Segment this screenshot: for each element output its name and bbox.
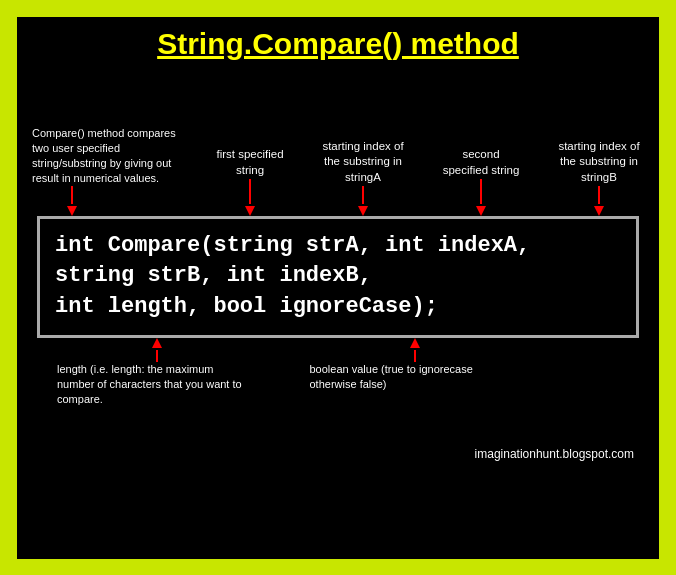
page-title: String.Compare() method xyxy=(32,27,644,61)
arrow-up-1 xyxy=(152,338,162,348)
arrow-line-up-1 xyxy=(156,350,158,362)
arrow-line-4 xyxy=(480,179,482,204)
arrow-line-3 xyxy=(362,186,364,204)
arrow-2 xyxy=(245,206,255,216)
arrow-line-2 xyxy=(249,179,251,204)
annotation-length-text: length (i.e. length: the maximum number … xyxy=(57,362,242,407)
arrow-5 xyxy=(594,206,604,216)
code-box: int Compare(string strA, int indexA, str… xyxy=(37,216,639,338)
main-container: String.Compare() method Compare() method… xyxy=(13,13,663,563)
annotation-first: first specified string xyxy=(215,147,285,215)
arrow-line-5 xyxy=(598,186,600,204)
annotation-first-text: first specified string xyxy=(215,147,285,178)
annotation-second-text: second specified string xyxy=(441,147,521,178)
footer: imaginationhunt.blogspot.com xyxy=(32,447,644,461)
annotation-indexB-text: starting index of the substring in strin… xyxy=(554,139,644,186)
annotation-bool-text: boolean value (true to ignorecase otherw… xyxy=(310,362,495,392)
annotation-compare-text: Compare() method compares two user speci… xyxy=(32,126,182,185)
arrow-line-up-2 xyxy=(414,350,416,362)
code-text: int Compare(string strA, int indexA, str… xyxy=(55,231,621,323)
annotation-indexB: starting index of the substring in strin… xyxy=(554,139,644,216)
arrow-1 xyxy=(67,206,77,216)
annotation-bool: boolean value (true to ignorecase otherw… xyxy=(302,338,502,392)
annotation-compare: Compare() method compares two user speci… xyxy=(32,126,182,215)
arrow-up-2 xyxy=(410,338,420,348)
arrow-4 xyxy=(476,206,486,216)
annotation-indexA: starting index of the substring in strin… xyxy=(318,139,408,216)
arrow-3 xyxy=(358,206,368,216)
arrow-line-1 xyxy=(71,186,73,204)
annotation-length: length (i.e. length: the maximum number … xyxy=(57,338,242,407)
annotation-indexA-text: starting index of the substring in strin… xyxy=(318,139,408,186)
annotation-second: second specified string xyxy=(441,147,521,215)
